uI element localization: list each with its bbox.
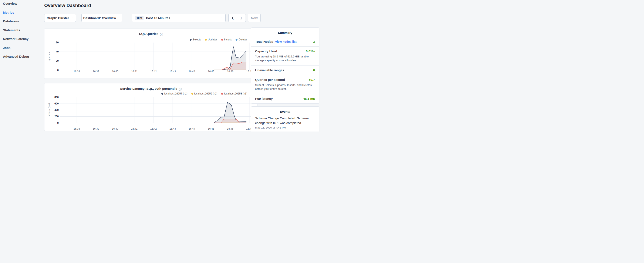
summary-row-queries-per-second: Queries per second 59.7 Sum of Selects, … [251,75,319,94]
y-tick-label: 40 [56,50,59,53]
summary-row-total-nodes: Total Nodes View nodes list 3 [251,37,319,47]
sidebar-item-advanced-debug[interactable]: Advanced Debug [3,55,41,59]
y-tick-label: 0 [57,122,59,124]
x-tick-label: 16:43 [170,127,176,130]
x-tick-label: 16:41 [131,127,138,130]
graph-dropdown-label: Graph: Cluster [47,16,69,20]
x-tick-label: 16:40 [112,70,118,73]
summary-row-unavailable-ranges: Unavailable ranges 0 [251,66,319,75]
page-title: Overview Dashboard [44,3,91,8]
y-tick-label: 400 [54,109,59,112]
events-panel: Events Schema Change Completed: Schema c… [251,106,319,132]
overview-dashboard-page: { "colors":{"accent_blue":"#3a7be8","lin… [0,0,322,132]
graph-dropdown[interactable]: Graph: Cluster ⌄ [44,14,76,22]
y-axis-unit-label: latency (ms) [48,103,50,117]
service-latency-chart-card: Service Latency: SQL, 99th percentilei l… [44,83,258,131]
x-tick-label: 16:45 [208,70,214,73]
summary-description: You are using 28.6 MiB of 515.9 GiB usab… [255,55,315,62]
now-button[interactable]: Now [248,14,261,22]
summary-value: 0 [313,68,315,72]
x-tick-label: 16:41 [131,70,138,73]
time-range-picker[interactable]: 10m Past 10 Minutes ⌄ [132,14,226,22]
sql-queries-chart: 16:3816:3916:4016:4116:4216:4316:4416:45… [44,29,258,79]
x-tick-label: 16:43 [170,70,176,73]
x-tick-label: 16:38 [74,70,80,73]
sidebar-nav: Overview Metrics Databases Statements Ne… [3,2,41,64]
dashboard-dropdown[interactable]: Dashboard: Overview ⌄ [82,14,122,22]
y-tick-label: 600 [54,102,59,105]
y-tick-label: 20 [56,59,59,62]
summary-row-capacity-used: Capacity Used 0.01% You are using 28.6 M… [251,47,319,66]
summary-value: 59.7 [309,78,315,82]
summary-label: Unavailable ranges [255,68,284,72]
x-tick-label: 16:46 [227,127,234,130]
time-range-badge: 10m [135,16,144,20]
summary-row-p99-latency: P99 latency 46.1 ms [251,94,319,103]
time-range-label: Past 10 Minutes [146,16,218,20]
previous-timespan-button[interactable]: ❮ [228,14,237,22]
summary-value: 3 [313,40,315,43]
x-tick-label: 16:40 [112,127,118,130]
y-tick-label: 800 [54,96,59,99]
x-tick-label: 16:42 [150,127,157,130]
next-timespan-button[interactable]: ❯ [237,14,246,22]
y-tick-label: 60 [56,41,59,44]
summary-panel: Summary Total Nodes View nodes list 3 Ca… [251,28,319,104]
summary-value: 0.01% [306,49,315,53]
x-tick-label: 16:39 [93,70,99,73]
event-message: Schema Change Completed: Schema change w… [255,116,315,125]
y-tick-label: 0 [57,69,59,72]
sidebar-item-statements[interactable]: Statements [3,28,41,33]
x-tick-label: 16:44 [188,70,195,73]
summary-label: Queries per second [255,78,285,82]
summary-value: 46.1 ms [303,97,315,100]
events-title: Events [251,107,319,113]
x-tick-label: 16:42 [150,70,157,73]
view-nodes-list-link[interactable]: View nodes list [275,40,296,43]
x-tick-label: 16:39 [93,127,99,130]
y-axis-unit-label: queries [48,52,50,61]
sidebar-item-overview[interactable]: Overview [3,2,41,7]
sql-queries-chart-card: SQL Queriesi SelectsUpdatesInsertsDelete… [44,28,258,79]
dashboard-dropdown-label: Dashboard: Overview [83,16,116,20]
time-step-buttons: ❮ ❯ [228,14,246,22]
x-tick-label: 16:44 [188,127,195,130]
event-timestamp: May 13, 2020 at 4:45 PM [255,126,315,129]
x-tick-label: 16:46 [227,70,234,73]
x-tick-label: 16:45 [208,127,214,130]
toolbar: Graph: Cluster ⌄ Dashboard: Overview ⌄ 1… [0,14,322,22]
event-list-item[interactable]: Schema Change Completed: Schema change w… [251,113,319,129]
service-latency-chart: 16:3816:3916:4016:4116:4216:4316:4416:45… [44,83,258,131]
summary-label: P99 latency [255,97,273,100]
sidebar-item-network-latency[interactable]: Network Latency [3,37,41,42]
summary-label: Capacity Used [255,49,277,53]
sidebar-item-jobs[interactable]: Jobs [3,46,41,51]
summary-title: Summary [251,28,319,35]
summary-rows: Total Nodes View nodes list 3 Capacity U… [251,37,319,103]
x-tick-label: 16:38 [74,127,80,130]
y-tick-label: 200 [54,115,59,118]
summary-label: Total Nodes [255,40,273,43]
summary-description: Sum of Selects, Updates, Inserts, and De… [255,83,315,91]
